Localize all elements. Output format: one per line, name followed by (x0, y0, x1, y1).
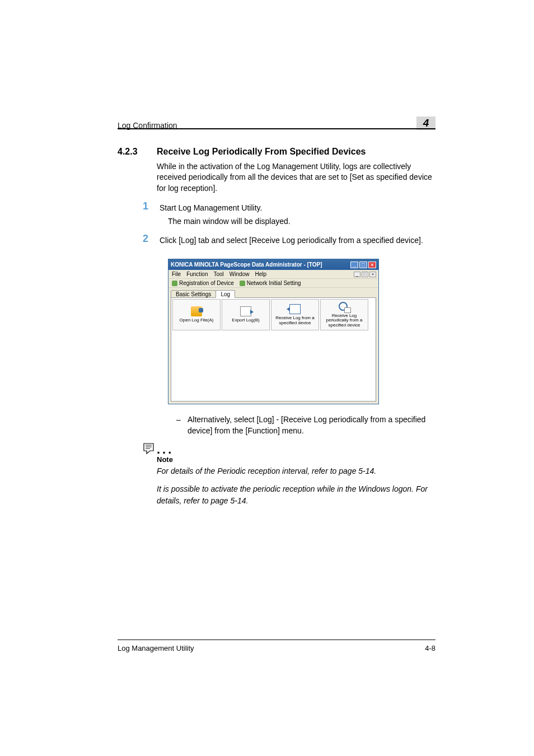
menu-window[interactable]: Window (229, 271, 250, 277)
footer-left: Log Management Utility (118, 644, 194, 652)
window-titlebar: KONICA MINOLTA PageScope Data Administra… (168, 259, 378, 270)
tile-export-log-label: Export Log(B) (232, 318, 259, 323)
embedded-screenshot: KONICA MINOLTA PageScope Data Administra… (168, 259, 379, 404)
step-1-text: Start Log Management Utility. (160, 200, 435, 213)
step-1-subtext: The main window will be displayed. (168, 217, 435, 226)
note-block: ... Note For details of the Periodic rec… (142, 442, 435, 506)
menu-bar: File Function Tool Window Help _ □ × (168, 270, 378, 279)
menu-file[interactable]: File (172, 271, 181, 277)
window-title: KONICA MINOLTA PageScope Data Administra… (171, 262, 322, 268)
menu-function[interactable]: Function (186, 271, 208, 277)
export-icon (240, 306, 251, 316)
section-number: 4.2.3 (118, 147, 157, 157)
maximize-button[interactable]: □ (359, 262, 367, 268)
intro-paragraph: While in the activation of the Log Manag… (157, 161, 435, 194)
tile-receive-log-label: Receive Log from a specified device (271, 316, 318, 325)
tile-open-log-file[interactable]: Open Log File(A) (172, 299, 221, 330)
note-icon (142, 442, 157, 454)
tile-export-log[interactable]: Export Log(B) (222, 299, 270, 330)
device-icon (172, 281, 177, 286)
tile-receive-periodic-label: Receive Log periodically from a specifie… (321, 314, 368, 328)
mdi-restore-button[interactable]: □ (362, 272, 368, 277)
toolbar: Registration of Device Network Initial S… (168, 279, 378, 288)
toolbar-registration-label: Registration of Device (179, 280, 234, 286)
log-panel: Open Log File(A) Export Log(B) Receive L… (171, 297, 376, 402)
tile-receive-log-periodically[interactable]: Receive Log periodically from a specifie… (320, 299, 368, 330)
toolbar-network-label: Network Initial Setting (247, 280, 301, 286)
note-label: Note (157, 455, 435, 464)
step-2-text: Click [Log] tab and select [Receive Log … (160, 233, 435, 246)
menu-tool[interactable]: Tool (213, 271, 223, 277)
mdi-close-button[interactable]: × (369, 272, 376, 277)
step-1-number: 1 (143, 200, 160, 213)
mdi-minimize-button[interactable]: _ (354, 272, 360, 277)
folder-open-icon (191, 306, 202, 316)
note-body-1: For details of the Periodic reception in… (157, 465, 435, 477)
close-button[interactable]: × (368, 262, 376, 268)
alternative-bullet: – Alternatively, select [Log] - [Receive… (176, 414, 435, 436)
step-1: 1 Start Log Management Utility. (143, 200, 435, 213)
tile-receive-log[interactable]: Receive Log from a specified device (271, 299, 319, 330)
section-title: Receive Log Periodically From Specified … (157, 147, 366, 157)
tile-open-log-label: Open Log File(A) (180, 318, 214, 323)
footer-right: 4-8 (425, 644, 435, 652)
menu-help[interactable]: Help (255, 271, 266, 277)
minimize-button[interactable]: _ (350, 262, 358, 268)
toolbar-registration-of-device[interactable]: Registration of Device (172, 280, 234, 286)
bullet-text: Alternatively, select [Log] - [Receive L… (188, 414, 435, 436)
bullet-dash: – (176, 414, 188, 436)
header-rule (118, 128, 435, 129)
toolbar-network-initial-setting[interactable]: Network Initial Setting (240, 280, 301, 286)
receive-icon (289, 304, 301, 314)
tab-log[interactable]: Log (216, 290, 235, 298)
network-icon (240, 281, 245, 286)
note-ellipsis-icon: ... (157, 447, 174, 452)
step-2-number: 2 (143, 233, 160, 246)
step-2: 2 Click [Log] tab and select [Receive Lo… (143, 233, 435, 246)
tab-strip: Basic Settings Log (168, 288, 378, 297)
tab-basic-settings[interactable]: Basic Settings (171, 290, 216, 297)
periodic-receive-icon (339, 302, 350, 312)
note-body-2: It is possible to activate the periodic … (157, 483, 435, 506)
footer-rule (118, 640, 435, 640)
